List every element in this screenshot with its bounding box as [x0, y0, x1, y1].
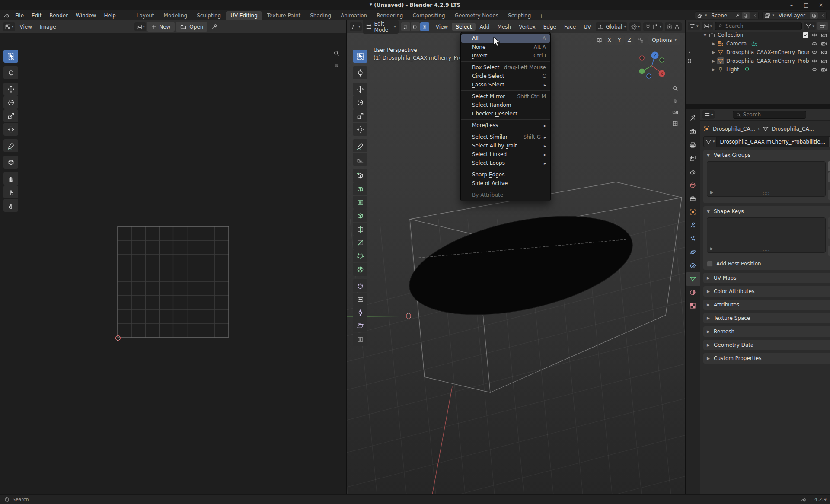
blender-logo-icon[interactable]	[3, 12, 10, 19]
tool-knife[interactable]	[353, 236, 367, 249]
workspace-tab-modeling[interactable]: Modeling	[159, 11, 192, 20]
camera-icon[interactable]	[717, 40, 724, 47]
select-menu-item-checker-deselect[interactable]: Checker Deselect	[461, 109, 550, 118]
hide-eye-icon[interactable]	[811, 66, 818, 73]
shape-keys-list[interactable]: ▶::::	[707, 217, 826, 253]
properties-search-input[interactable]	[743, 112, 803, 118]
select-menu-item-select-random[interactable]: Select Random	[461, 101, 550, 109]
tool-extrude[interactable]	[353, 182, 367, 195]
tool-cursor[interactable]	[3, 66, 18, 79]
viewport-menu-select[interactable]: Select	[452, 23, 476, 31]
close-button[interactable]: ×	[814, 2, 827, 8]
pan-hand-icon[interactable]	[672, 97, 679, 104]
panel-header-uv-maps[interactable]: ▶UV Maps::::	[703, 273, 830, 283]
select-menu-item-select-similar[interactable]: Select SimilarShift G▸	[461, 133, 550, 141]
list-resize-grip[interactable]: ::::	[763, 247, 769, 252]
tool-box[interactable]	[3, 156, 18, 169]
orientation-dropdown[interactable]: Global▾	[596, 22, 627, 31]
hide-eye-icon[interactable]	[811, 40, 818, 47]
mirror-x-button[interactable]: X	[605, 36, 614, 45]
select-menu-item-lasso-select[interactable]: Lasso Select▸	[461, 80, 550, 89]
properties-tab-texture[interactable]	[686, 299, 700, 313]
panel-header-geometry-data[interactable]: ▶Geometry Data::::	[703, 340, 830, 350]
tool-transform[interactable]	[3, 123, 18, 136]
tool-smooth[interactable]	[353, 279, 367, 292]
mirror-z-button[interactable]: Z	[625, 36, 634, 45]
zoom-icon[interactable]	[333, 50, 340, 57]
menubar-file[interactable]: File	[11, 12, 28, 19]
disable-render-icon[interactable]	[820, 66, 827, 73]
camdata-icon[interactable]	[751, 40, 758, 47]
mesh-datablock-dropdown[interactable]: ▾	[703, 136, 716, 147]
workspace-tab-texture-paint[interactable]: Texture Paint	[262, 11, 305, 20]
expand-arrow[interactable]: ▶	[710, 41, 717, 46]
tool-finger[interactable]	[3, 185, 18, 198]
panel-header-custom-properties[interactable]: ▶Custom Properties::::	[703, 353, 830, 364]
select-menu-item-by-attribute[interactable]: By Attribute	[461, 191, 550, 199]
disable-render-icon[interactable]	[820, 49, 827, 56]
list-expand-icon[interactable]: ▶	[710, 190, 713, 195]
properties-tab-collection[interactable]	[686, 192, 700, 205]
list-resize-grip[interactable]: ::::	[763, 191, 769, 195]
datablock-name-field[interactable]: Drosophila_CAAX-mCherry_Probabilitie...	[716, 136, 829, 147]
properties-tab-render[interactable]	[686, 125, 700, 138]
tool-scale[interactable]	[353, 109, 367, 122]
add-rest-position-checkbox[interactable]	[707, 261, 713, 267]
outliner-row-drosophila-caax-mcherry-prob[interactable]: ▶Drosophila_CAAX-mCherry_Prob	[686, 57, 830, 65]
select-menu-item-circle-select[interactable]: Circle SelectC	[461, 72, 550, 80]
vertex-groups-remove-button[interactable]	[828, 172, 830, 182]
menubar-window[interactable]: Window	[72, 12, 100, 19]
tool-tweak[interactable]	[353, 50, 367, 63]
properties-tab-world[interactable]	[686, 179, 700, 192]
properties-tab-view-layer[interactable]	[686, 152, 700, 165]
tool-cursor[interactable]	[353, 66, 367, 79]
properties-tab-object[interactable]	[686, 205, 700, 219]
lightdata-icon[interactable]	[744, 66, 750, 73]
uv-canvas[interactable]	[0, 33, 346, 494]
outliner-row-drosophila-caax-mcherry-bour[interactable]: ▶Drosophila_CAAX-mCherry_Bour	[686, 48, 830, 57]
list-expand-icon[interactable]: ▶	[710, 246, 713, 251]
tool-edge-slide[interactable]	[353, 293, 367, 306]
tool-scale[interactable]	[3, 109, 18, 122]
workspace-tab-animation[interactable]: Animation	[336, 11, 372, 20]
disable-render-icon[interactable]	[820, 32, 827, 38]
workspace-tab-compositing[interactable]: Compositing	[408, 11, 450, 20]
minimize-button[interactable]: –	[785, 2, 798, 8]
outliner-row-light[interactable]: ▶Light	[686, 65, 830, 74]
panel-header-shape-keys[interactable]: ▼Shape Keys::::	[703, 206, 830, 217]
viewport-menu-vertex[interactable]: Vertex	[515, 23, 540, 31]
mesh-icon[interactable]	[717, 57, 724, 64]
tool-loop-cut[interactable]	[353, 223, 367, 236]
expand-arrow[interactable]: ▶	[710, 59, 717, 63]
outliner-search[interactable]	[715, 22, 802, 30]
vertex-groups-list[interactable]: ▶::::	[707, 161, 826, 197]
shape-keys-remove-button[interactable]	[828, 229, 830, 239]
add-workspace-button[interactable]: +	[536, 12, 547, 20]
mesh-icon[interactable]	[717, 49, 724, 56]
vertex-select-mode-button[interactable]	[401, 22, 410, 31]
panel-header-remesh[interactable]: ▶Remesh::::	[703, 326, 830, 337]
tool-move[interactable]	[3, 83, 18, 96]
tool-rip[interactable]	[353, 333, 367, 346]
new-viewlayer-button[interactable]	[810, 12, 818, 19]
tool-add-cube[interactable]	[353, 169, 367, 182]
tool-annotate[interactable]	[3, 139, 18, 152]
tool-thumb[interactable]	[3, 199, 18, 212]
breadcrumb-data[interactable]: Drosophila_CA...	[772, 126, 814, 132]
tool-measure[interactable]	[353, 153, 367, 166]
expand-arrow[interactable]: ▶	[710, 50, 717, 54]
tool-shrink-fatten[interactable]	[353, 306, 367, 319]
collection-icon[interactable]	[709, 32, 715, 38]
viewport-menu-edge[interactable]: Edge	[540, 23, 560, 31]
properties-tab-tool[interactable]	[686, 112, 700, 125]
select-menu-item-select-mirror[interactable]: Select MirrorShift Ctrl M	[461, 92, 550, 101]
workspace-tab-sculpting[interactable]: Sculpting	[192, 11, 226, 20]
panel-header-vertex-groups[interactable]: ▼Vertex Groups::::	[703, 150, 830, 160]
maximize-button[interactable]: □	[800, 2, 813, 8]
tool-poly-build[interactable]	[353, 249, 367, 262]
pivot-dropdown[interactable]: ▾	[629, 22, 642, 31]
menubar-help[interactable]: Help	[100, 12, 119, 19]
properties-search[interactable]	[733, 111, 806, 119]
mode-dropdown[interactable]: Edit Mode▾	[363, 20, 399, 34]
orthographic-grid-icon[interactable]	[672, 120, 679, 127]
